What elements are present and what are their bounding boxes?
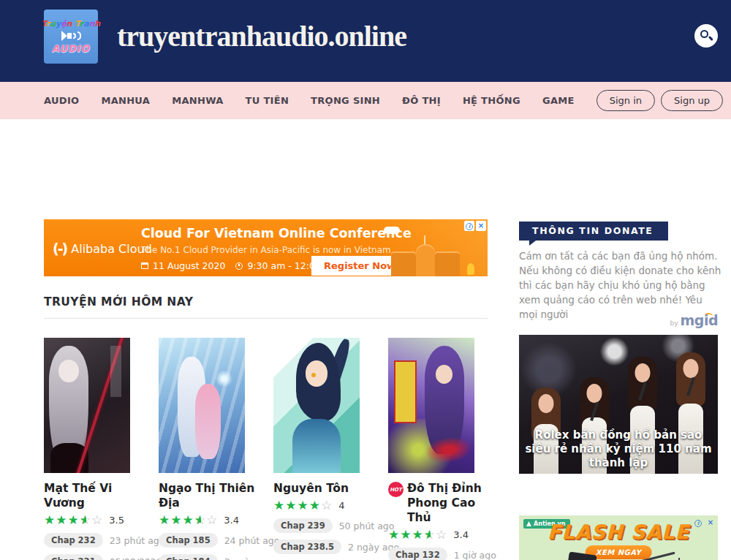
nav-item-manhua[interactable]: MANHUA	[101, 95, 150, 106]
chapter-time: 05/08/2020	[110, 556, 162, 560]
rolex-ad[interactable]: Rolex bán đồng hồ bản sao siêu rẻ nhân k…	[519, 335, 718, 474]
chapter-row: Chap 231 05/08/2020	[44, 554, 151, 560]
ad-close-icon[interactable]: ×	[476, 221, 486, 231]
manga-title[interactable]: Nguyên Tôn	[273, 481, 349, 496]
site-logo[interactable]: Truyện Tranh AUDIO	[44, 10, 98, 64]
search-icon	[700, 30, 708, 38]
manga-cover[interactable]	[273, 338, 360, 473]
mgid-logo: mgid	[680, 312, 718, 328]
chapter-button[interactable]: Chap 238.5	[273, 540, 341, 554]
star-half-icon: ☆★	[80, 514, 91, 526]
star-icon: ★	[273, 499, 285, 512]
chapter-time: 50 phút ago	[339, 521, 395, 531]
chapter-row: Chap 232 23 phút ago	[44, 533, 151, 548]
manga-cover[interactable]	[159, 338, 245, 473]
chapter-button[interactable]: Chap 231	[44, 554, 103, 560]
manga-cover[interactable]	[388, 338, 474, 473]
manga-title[interactable]: Ngạo Thị Thiên Địa	[159, 481, 266, 510]
logo-text-audio: AUDIO	[52, 43, 90, 54]
chapter-time: 24 phút ago	[224, 535, 280, 546]
chapter-button[interactable]: Chap 239	[273, 518, 333, 533]
star-icon: ☆	[321, 499, 333, 512]
manga-title[interactable]: Đô Thị Đỉnh Phong Cao Thủ	[407, 481, 496, 525]
page: Truyện Tranh AUDIO truyentranhaudio.onli…	[0, 0, 731, 560]
ad-subtitle: The No.1 Cloud Provider in Asia-Pacific …	[141, 245, 391, 255]
chapter-time: 1 giờ ago	[454, 550, 496, 560]
speaker-icon	[61, 30, 81, 42]
mgid-by-label: by	[670, 319, 678, 327]
star-icon: ★	[159, 514, 170, 526]
star-icon: ★	[285, 499, 297, 512]
rating-row: ★★★☆★☆3.4	[159, 514, 266, 526]
ad-attribution[interactable]: bymgid	[519, 312, 718, 328]
chapter-button[interactable]: Chap 232	[44, 533, 103, 548]
rating-row: ★★★☆★☆3.4	[388, 529, 496, 541]
star-icon: ★	[44, 514, 56, 526]
manga-card: Nguyên Tôn ★★★★☆4 Chap 239 50 phút ago C…	[273, 338, 381, 560]
rolex-ad-caption: Rolex bán đồng hồ bản sao siêu rẻ nhân k…	[523, 428, 713, 470]
clock-icon	[235, 262, 243, 270]
main-nav: AUDIO MANHUA MANHWA TU TIÊN TRỌNG SINH Đ…	[0, 82, 731, 119]
star-icon: ★	[309, 499, 321, 512]
ad-controls: i ×	[693, 518, 716, 528]
chapter-row: Chap 132 1 giờ ago	[388, 548, 496, 560]
logo-text-top: Truyện Tranh	[42, 19, 101, 29]
rating-value: 3.4	[453, 529, 469, 540]
chapter-button[interactable]: Chap 185	[159, 533, 218, 548]
rating-value: 3.4	[224, 515, 239, 526]
star-icon: ☆	[206, 514, 218, 526]
manga-card: HOT Đô Thị Đỉnh Phong Cao Thủ ★★★☆★☆3.4 …	[388, 338, 496, 560]
nav-item-game[interactable]: GAME	[542, 95, 575, 106]
donate-banner: THÔNG TIN DONATE	[519, 222, 668, 241]
nav-item-do-thi[interactable]: ĐÔ THỊ	[402, 95, 441, 106]
rating-value: 4	[338, 500, 344, 511]
chapter-row: Chap 185 24 phút ago	[159, 533, 266, 548]
ad-info-icon[interactable]: i	[693, 518, 703, 528]
star-icon: ★	[412, 529, 424, 541]
donate-banner-tail	[529, 238, 539, 246]
star-icon: ★	[56, 514, 67, 526]
star-icon: ★	[400, 529, 412, 541]
rating-value: 3.5	[109, 515, 124, 526]
star-icon: ★	[298, 499, 309, 512]
sign-up-button[interactable]: Sign up	[661, 90, 723, 111]
rating-row: ★★★★☆4	[273, 499, 381, 512]
sign-in-button[interactable]: Sign in	[596, 90, 655, 111]
ad-controls: i ×	[464, 221, 486, 231]
hot-badge: HOT	[388, 482, 404, 497]
star-icon: ★	[170, 514, 182, 526]
calendar-icon	[141, 262, 148, 269]
chapter-row: Chap 239 50 phút ago	[273, 518, 381, 533]
ad-title: Cloud For Vietnam Online Conference	[141, 226, 412, 241]
ad-info-icon[interactable]: i	[464, 221, 474, 231]
manga-card: Ngạo Thị Thiên Địa ★★★☆★☆3.4 Chap 185 24…	[159, 338, 266, 560]
star-half-icon: ☆★	[424, 529, 436, 541]
ad-date: 11 August 2020	[153, 260, 225, 271]
section-title: TRUYỆN MỚI HÔM NAY	[44, 295, 193, 309]
nav-item-audio[interactable]: AUDIO	[44, 95, 79, 106]
manga-cover[interactable]	[44, 338, 130, 473]
star-icon: ★	[388, 529, 400, 541]
nav-item-tu-tien[interactable]: TU TIÊN	[246, 95, 289, 106]
alibaba-ad-banner[interactable]: (-) Alibaba Cloud Cloud For Vietnam Onli…	[44, 219, 488, 276]
manga-title[interactable]: Mạt Thế Vi Vương	[44, 481, 151, 510]
chapter-row: Chap 184 3 ngày ago	[159, 554, 266, 560]
rating-row: ★★★☆★☆3.5	[44, 514, 151, 526]
donate-text: Cám ơn tất cả các bạn đã ủng hộ nhóm. Nế…	[519, 249, 722, 322]
site-title[interactable]: truyentranhaudio.online	[117, 19, 406, 53]
chapter-button[interactable]: Chap 184	[159, 554, 218, 560]
star-icon: ★	[68, 514, 80, 526]
auth-buttons: Sign in Sign up	[596, 90, 723, 111]
chapter-row: Chap 238.5 2 ngày ago	[273, 540, 381, 554]
search-button[interactable]	[694, 24, 718, 48]
star-half-icon: ☆★	[194, 514, 206, 526]
chapter-time: 23 phút ago	[110, 535, 165, 546]
star-icon: ☆	[436, 529, 447, 541]
nav-item-trong-sinh[interactable]: TRỌNG SINH	[311, 95, 380, 106]
star-icon: ☆	[91, 514, 103, 526]
ad-close-icon[interactable]: ×	[705, 518, 716, 528]
nav-item-manhwa[interactable]: MANHWA	[172, 95, 223, 106]
flash-sale-ad[interactable]: Antien.vn FLASH SALE XEM NGAY i ×	[519, 515, 718, 560]
nav-item-he-thong[interactable]: HỆ THỐNG	[463, 95, 520, 106]
chapter-button[interactable]: Chap 132	[388, 548, 447, 560]
